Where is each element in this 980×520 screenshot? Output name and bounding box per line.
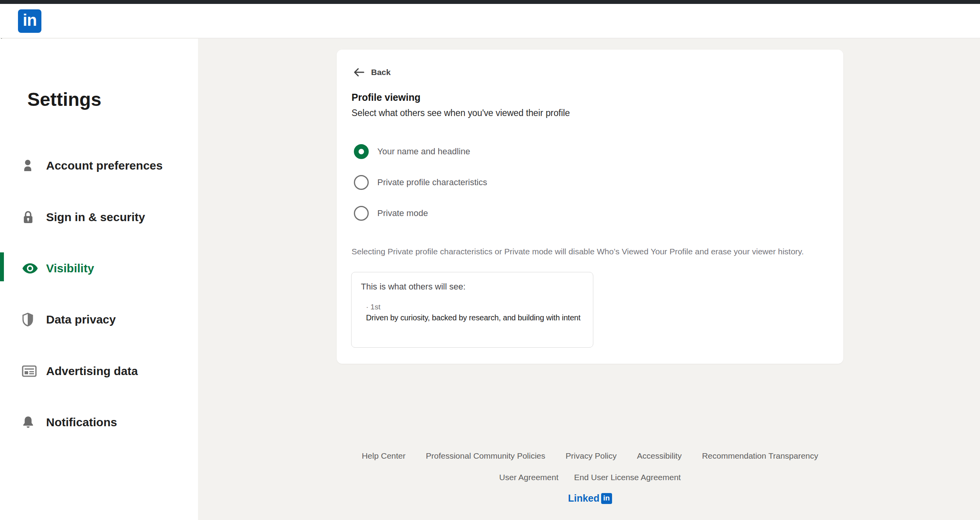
connection-degree-badge: · 1st: [366, 303, 584, 311]
footer-link-help-center[interactable]: Help Center: [362, 451, 405, 461]
settings-sidebar: Settings Account preferences Sign in & s…: [0, 39, 198, 520]
linkedin-settings-page: in Settings Account preferences Sign in …: [0, 0, 980, 520]
eye-icon: [22, 261, 39, 276]
sidebar-item-advertising-data[interactable]: Advertising data: [0, 360, 198, 382]
back-label: Back: [371, 68, 391, 77]
sidebar-item-label: Account preferences: [46, 159, 162, 172]
privacy-note: Selecting Private profile characteristic…: [352, 247, 828, 256]
footer-link-user-agreement[interactable]: User Agreement: [499, 473, 559, 482]
sidebar-item-visibility[interactable]: Visibility: [0, 257, 198, 279]
radio-unselected-icon[interactable]: [354, 206, 369, 221]
radio-unselected-icon[interactable]: [354, 175, 369, 190]
radio-option-label: Private profile characteristics: [377, 177, 487, 188]
sidebar-item-notifications[interactable]: Notifications: [0, 411, 198, 433]
footer-link-end-user-license-agreement[interactable]: End User License Agreement: [574, 473, 681, 482]
footer-logo-wordmark: Linked: [568, 493, 600, 504]
sidebar-item-label: Advertising data: [46, 365, 138, 378]
radio-option-private-profile-characteristics[interactable]: Private profile characteristics: [354, 175, 487, 190]
linkedin-logo-text: in: [23, 11, 36, 30]
footer-link-recommendation-transparency[interactable]: Recommendation Transparency: [702, 451, 818, 461]
sidebar-item-label: Notifications: [46, 416, 117, 429]
profile-headline-text: Driven by curiosity, backed by research,…: [366, 312, 593, 323]
ad-card-icon: [22, 363, 39, 379]
radio-option-private-mode[interactable]: Private mode: [354, 206, 428, 221]
shield-icon: [22, 312, 39, 327]
profile-preview-box: This is what others will see: · 1st Driv…: [351, 272, 593, 348]
footer-link-accessibility[interactable]: Accessibility: [637, 451, 682, 461]
sidebar-item-label: Sign in & security: [46, 211, 145, 224]
sidebar-item-sign-in-security[interactable]: Sign in & security: [0, 206, 198, 228]
bell-icon: [22, 415, 39, 430]
linkedin-logo[interactable]: in: [18, 9, 41, 33]
footer-links-row-2: User Agreement End User License Agreemen…: [337, 473, 843, 482]
back-arrow-icon: [353, 68, 365, 77]
footer-link-professional-community-policies[interactable]: Professional Community Policies: [426, 451, 545, 461]
footer-link-privacy-policy[interactable]: Privacy Policy: [566, 451, 617, 461]
person-icon: [22, 158, 39, 173]
radio-option-label: Private mode: [377, 208, 428, 218]
profile-viewing-card: Back Profile viewing Select what others …: [337, 50, 843, 364]
top-nav-header: in: [0, 4, 980, 38]
sidebar-item-label: Visibility: [46, 262, 94, 275]
page-footer: Help Center Professional Community Polic…: [337, 451, 843, 504]
back-button[interactable]: Back: [353, 68, 391, 77]
radio-option-your-name-and-headline[interactable]: Your name and headline: [354, 144, 470, 159]
section-subtitle: Select what others see when you've viewe…: [352, 108, 570, 118]
sidebar-item-account-preferences[interactable]: Account preferences: [0, 155, 198, 177]
section-title: Profile viewing: [352, 92, 420, 103]
radio-option-label: Your name and headline: [377, 147, 470, 157]
lock-icon: [22, 209, 39, 225]
footer-links-row-1: Help Center Professional Community Polic…: [337, 451, 843, 461]
window-top-bar: [0, 0, 980, 4]
radio-selected-icon[interactable]: [354, 144, 369, 159]
sidebar-item-label: Data privacy: [46, 313, 116, 326]
footer-logo-in-badge: in: [601, 493, 612, 504]
page-title: Settings: [27, 89, 101, 110]
footer-linkedin-logo[interactable]: Linked in: [337, 493, 843, 504]
sidebar-item-data-privacy[interactable]: Data privacy: [0, 309, 198, 331]
preview-title: This is what others will see:: [361, 282, 584, 292]
